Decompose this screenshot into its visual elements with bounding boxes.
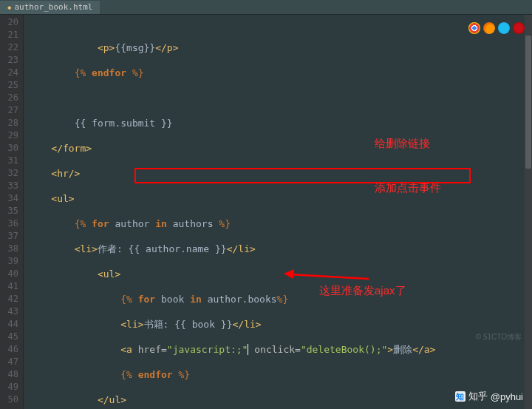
line-number: 30 xyxy=(0,142,18,155)
file-tab[interactable]: ◆ author_book.html xyxy=(0,1,100,14)
firefox-icon[interactable] xyxy=(483,22,495,34)
tab-filename: author_book.html xyxy=(14,2,92,12)
line-number: 50 xyxy=(0,393,18,406)
line-number: 43 xyxy=(0,305,18,318)
line-number: 42 xyxy=(0,293,18,305)
line-number: 36 xyxy=(0,217,18,230)
line-number: 29 xyxy=(0,129,18,142)
line-number: 44 xyxy=(0,318,18,331)
opera-icon[interactable] xyxy=(513,22,525,34)
chrome-icon[interactable] xyxy=(468,22,480,34)
line-number: 33 xyxy=(0,180,18,192)
line-number: 20 xyxy=(0,16,18,29)
zhihu-icon: 知 xyxy=(455,391,466,402)
line-number: 22 xyxy=(0,41,18,54)
watermark-zhihu: 知 知乎 @pyhui xyxy=(455,390,523,403)
line-number: 40 xyxy=(0,268,18,280)
ie-icon[interactable] xyxy=(498,22,510,34)
line-number: 35 xyxy=(0,205,18,217)
line-number: 23 xyxy=(0,54,18,67)
browser-icons xyxy=(468,22,525,34)
line-number: 21 xyxy=(0,29,18,41)
line-number: 24 xyxy=(0,67,18,79)
line-number: 45 xyxy=(0,331,18,343)
line-number: 31 xyxy=(0,155,18,167)
line-number: 25 xyxy=(0,79,18,92)
tab-bar: ◆ author_book.html xyxy=(0,0,532,15)
scrollbar-thumb[interactable] xyxy=(525,36,531,169)
line-number: 46 xyxy=(0,343,18,356)
scrollbar-track[interactable] xyxy=(525,15,532,409)
line-number: 32 xyxy=(0,167,18,180)
line-number: 47 xyxy=(0,356,18,368)
line-number: 28 xyxy=(0,117,18,129)
line-number: 38 xyxy=(0,243,18,255)
line-gutter: 2021222324252627282930313233343536373839… xyxy=(0,15,24,409)
line-number: 27 xyxy=(0,104,18,117)
watermark-51cto: © 51CTO博客 xyxy=(476,332,522,342)
editor: 2021222324252627282930313233343536373839… xyxy=(0,15,532,409)
line-number: 39 xyxy=(0,255,18,268)
line-number: 37 xyxy=(0,230,18,243)
line-number: 34 xyxy=(0,192,18,205)
line-number: 49 xyxy=(0,381,18,393)
line-number: 48 xyxy=(0,368,18,381)
html-file-icon: ◆ xyxy=(7,4,11,11)
code-area[interactable]: <p>{{msg}}</p> {% endfor %} {{ form.subm… xyxy=(24,15,532,409)
line-number: 41 xyxy=(0,280,18,293)
line-number: 26 xyxy=(0,92,18,104)
